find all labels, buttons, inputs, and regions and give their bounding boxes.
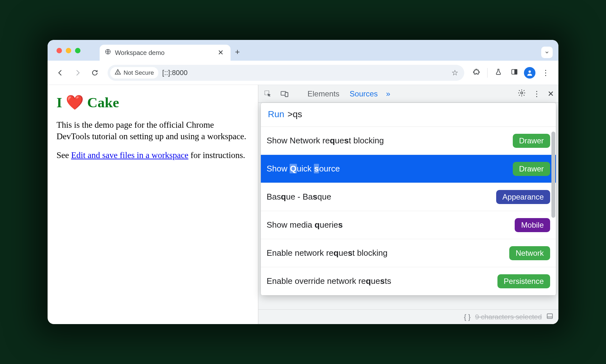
page-paragraph-1: This is the demo page for the official C… (57, 119, 249, 142)
svg-rect-10 (547, 314, 553, 318)
command-item-badge: Network (509, 246, 550, 260)
profile-avatar[interactable] (524, 67, 535, 79)
address-toolbar: Not Secure [::]:8000 ☆ ⋮ (48, 61, 558, 85)
status-selection-text: 9 characters selected (475, 313, 542, 321)
command-results: Show Network request blockingDrawerShow … (261, 127, 556, 295)
settings-gear-icon[interactable] (518, 89, 526, 99)
devtools-close-icon[interactable]: ✕ (548, 89, 554, 98)
browser-window: Workspace demo ✕ + Not Secure [::]:8000 (48, 40, 558, 324)
rendered-page: I ❤️ Cake This is the demo page for the … (48, 85, 258, 324)
devtools-statusbar: { } 9 characters selected (258, 309, 558, 324)
svg-rect-7 (285, 92, 288, 96)
inspect-icon[interactable] (263, 90, 273, 98)
security-label: Not Secure (124, 69, 154, 76)
command-item-badge: Drawer (513, 134, 550, 148)
command-input-row[interactable]: Run >qs (261, 103, 556, 127)
command-query: >qs (287, 109, 302, 119)
command-item-badge: Persistence (497, 274, 550, 288)
globe-icon (105, 49, 111, 57)
svg-point-1 (117, 73, 118, 73)
svg-rect-3 (515, 69, 517, 74)
forward-button[interactable] (71, 66, 85, 80)
command-item[interactable]: Show Quick sourceDrawer (261, 155, 556, 183)
command-item-badge: Drawer (513, 162, 550, 176)
tab-close-icon[interactable]: ✕ (216, 49, 225, 56)
command-item[interactable]: Show Network request blockingDrawer (261, 127, 556, 155)
warning-icon (115, 69, 121, 77)
para2-post: for instructions. (188, 150, 245, 160)
content-area: I ❤️ Cake This is the demo page for the … (48, 85, 558, 324)
dock-side-icon[interactable] (546, 313, 553, 322)
command-item-label: Basque - Basque (267, 192, 492, 202)
tutorial-link[interactable]: Edit and save files in a workspace (71, 150, 188, 160)
command-item-label: Show media queries (267, 220, 510, 230)
devtools-menu-icon[interactable]: ⋮ (533, 89, 541, 98)
svg-point-9 (521, 92, 523, 94)
tab-elements[interactable]: Elements (306, 89, 341, 98)
command-item-label: Show Quick source (267, 164, 508, 174)
browser-menu-icon[interactable]: ⋮ (539, 68, 553, 77)
run-label: Run (268, 109, 284, 119)
command-menu: Run >qs Show Network request blockingDra… (261, 103, 556, 295)
more-tabs-icon[interactable]: » (386, 89, 390, 98)
devtools-panel: Elements Sources » ⋮ ✕ Run >qs Show Netw… (258, 85, 558, 324)
command-item[interactable]: Enable network request blockingNetwork (261, 239, 556, 267)
reload-button[interactable] (88, 66, 102, 80)
toolbar-divider (487, 68, 488, 78)
svg-point-4 (528, 70, 531, 72)
scrollbar-thumb[interactable] (551, 132, 555, 218)
browser-tab[interactable]: Workspace demo ✕ (100, 45, 231, 61)
brackets-icon[interactable]: { } (464, 313, 471, 321)
back-button[interactable] (53, 66, 67, 80)
url-text: [::]:8000 (162, 69, 188, 77)
window-maximize-button[interactable] (75, 48, 80, 53)
page-heading: I ❤️ Cake (57, 94, 249, 111)
tab-sources[interactable]: Sources (348, 89, 380, 98)
security-chip[interactable]: Not Secure (110, 67, 158, 79)
command-item-badge: Mobile (515, 218, 550, 232)
command-item[interactable]: Enable override network requestsPersiste… (261, 267, 556, 295)
devtools-right-controls: ⋮ ✕ (518, 89, 554, 99)
command-item-badge: Appearance (496, 190, 550, 204)
page-paragraph-2: See Edit and save files in a workspace f… (57, 149, 249, 161)
tabs-dropdown-icon[interactable] (541, 47, 553, 58)
para2-pre: See (57, 150, 71, 160)
window-close-button[interactable] (57, 48, 62, 53)
command-item-label: Enable override network requests (267, 276, 493, 286)
device-toggle-icon[interactable] (279, 90, 290, 98)
command-item-label: Enable network request blocking (267, 248, 505, 258)
titlebar: Workspace demo ✕ + (48, 40, 558, 61)
command-item[interactable]: Show media queriesMobile (261, 211, 556, 239)
bookmark-star-icon[interactable]: ☆ (451, 68, 458, 77)
address-bar[interactable]: Not Secure [::]:8000 ☆ (108, 65, 464, 81)
traffic-lights (57, 48, 80, 53)
window-minimize-button[interactable] (66, 48, 71, 53)
command-item-label: Show Network request blocking (267, 136, 508, 146)
command-item[interactable]: Basque - BasqueAppearance (261, 183, 556, 211)
tab-title: Workspace demo (115, 49, 213, 57)
extensions-icon[interactable] (470, 68, 483, 77)
labs-icon[interactable] (492, 68, 505, 77)
side-panel-icon[interactable] (508, 68, 521, 77)
new-tab-button[interactable]: + (235, 47, 240, 57)
devtools-tabbar: Elements Sources » ⋮ ✕ (258, 85, 558, 103)
